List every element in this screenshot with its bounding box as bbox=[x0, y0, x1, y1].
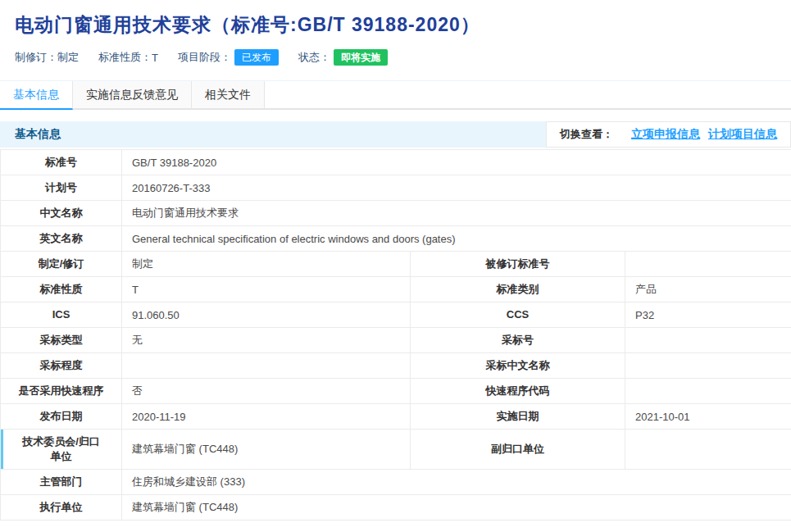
row-value: 电动门窗通用技术要求 bbox=[122, 201, 791, 226]
link-project-application-info[interactable]: 立项申报信息 bbox=[631, 127, 700, 142]
row-value: 制定 bbox=[122, 252, 411, 277]
row-value: 91.060.50 bbox=[122, 302, 411, 328]
row-label: 是否采用快速程序 bbox=[1, 379, 122, 404]
row-value bbox=[625, 353, 791, 379]
meta-project-stage: 项目阶段：已发布 bbox=[178, 49, 279, 66]
meta-status: 状态：即将实施 bbox=[298, 49, 388, 66]
row-label: 被修订标准号 bbox=[411, 252, 625, 277]
row-value: 建筑幕墙门窗 (TC448) bbox=[122, 430, 411, 470]
row-value: T bbox=[122, 277, 411, 302]
row-value: 产品 bbox=[625, 277, 791, 302]
table-row: 英文名称General technical specification of e… bbox=[1, 226, 791, 252]
meta-revision-type: 制修订：制定 bbox=[15, 50, 79, 65]
table-row: 采标类型无采标号 bbox=[1, 328, 791, 353]
meta-project-stage-label: 项目阶段： bbox=[178, 50, 231, 65]
row-value: 2020-11-19 bbox=[122, 404, 411, 430]
table-row: 计划号20160726-T-333 bbox=[1, 175, 791, 201]
row-label: 标准类别 bbox=[411, 277, 625, 302]
meta-revision-type-label: 制修订： bbox=[15, 50, 57, 65]
row-label: 制定/修订 bbox=[1, 252, 122, 277]
row-value: 住房和城乡建设部 (333) bbox=[122, 470, 791, 495]
table-row: ICS91.060.50CCSP32 bbox=[1, 302, 791, 328]
row-value: 否 bbox=[122, 379, 411, 404]
page-title: 电动门窗通用技术要求（标准号:GB/T 39188-2020） bbox=[0, 0, 791, 38]
row-label: 采标号 bbox=[411, 328, 625, 353]
row-value: 2021-10-01 bbox=[625, 404, 791, 430]
basic-info-table: 标准号GB/T 39188-2020计划号20160726-T-333中文名称电… bbox=[0, 149, 791, 521]
table-row: 中文名称电动门窗通用技术要求 bbox=[1, 201, 791, 226]
table-row: 发布日期2020-11-19实施日期2021-10-01 bbox=[1, 404, 791, 430]
row-label: 采标中文名称 bbox=[411, 353, 625, 379]
row-label: 中文名称 bbox=[1, 201, 122, 226]
row-value: 建筑幕墙门窗 (TC448) bbox=[122, 495, 791, 521]
meta-status-badge: 即将实施 bbox=[334, 49, 388, 66]
table-row: 制定/修订制定被修订标准号 bbox=[1, 252, 791, 277]
table-row: 主管部门住房和城乡建设部 (333) bbox=[1, 470, 791, 495]
row-value bbox=[625, 379, 791, 404]
row-label: 标准性质 bbox=[1, 277, 122, 302]
row-value bbox=[122, 353, 411, 379]
row-label: 采标程度 bbox=[1, 353, 122, 379]
tab-basic-info[interactable]: 基本信息 bbox=[0, 81, 73, 110]
row-label: ICS bbox=[1, 302, 122, 328]
section-title: 基本信息 bbox=[15, 127, 61, 142]
row-label: 执行单位 bbox=[1, 495, 122, 521]
meta-standard-nature: 标准性质：T bbox=[98, 50, 158, 65]
table-row: 是否采用快速程序否快速程序代码 bbox=[1, 379, 791, 404]
row-label: CCS bbox=[411, 302, 625, 328]
row-value: P32 bbox=[625, 302, 791, 328]
table-row: 执行单位建筑幕墙门窗 (TC448) bbox=[1, 495, 791, 521]
row-label: 快速程序代码 bbox=[411, 379, 625, 404]
row-label: 采标类型 bbox=[1, 328, 122, 353]
meta-row: 制修订：制定标准性质：T项目阶段：已发布状态：即将实施 bbox=[15, 48, 776, 67]
info-table-body: 标准号GB/T 39188-2020计划号20160726-T-333中文名称电… bbox=[1, 150, 791, 521]
meta-standard-nature-value: T bbox=[152, 52, 158, 64]
row-value bbox=[625, 430, 791, 470]
row-label: 副归口单位 bbox=[411, 430, 625, 470]
row-value bbox=[625, 328, 791, 353]
link-plan-project-info[interactable]: 计划项目信息 bbox=[708, 127, 777, 142]
row-label: 英文名称 bbox=[1, 226, 122, 252]
meta-standard-nature-label: 标准性质： bbox=[98, 50, 152, 65]
meta-project-stage-badge: 已发布 bbox=[234, 49, 279, 66]
row-label: 技术委员会/归口单位 bbox=[1, 430, 122, 470]
row-label: 实施日期 bbox=[411, 404, 625, 430]
row-value: 20160726-T-333 bbox=[122, 175, 791, 201]
switch-view-label: 切换查看： bbox=[560, 127, 613, 142]
row-label: 标准号 bbox=[1, 150, 122, 175]
tab-implementation-feedback[interactable]: 实施信息反馈意见 bbox=[73, 81, 192, 108]
row-label: 发布日期 bbox=[1, 404, 122, 430]
row-label: 主管部门 bbox=[1, 470, 122, 495]
table-row: 标准性质T标准类别产品 bbox=[1, 277, 791, 302]
meta-status-label: 状态： bbox=[298, 50, 330, 65]
row-label: 计划号 bbox=[1, 175, 122, 201]
row-value: GB/T 39188-2020 bbox=[122, 150, 791, 175]
section-header-bar: 基本信息 切换查看： 立项申报信息计划项目信息 bbox=[0, 121, 791, 148]
table-row: 采标程度采标中文名称 bbox=[1, 353, 791, 379]
table-row: 标准号GB/T 39188-2020 bbox=[1, 150, 791, 175]
standard-detail-page: 电动门窗通用技术要求（标准号:GB/T 39188-2020） 制修订：制定标准… bbox=[0, 0, 791, 532]
switch-view-box: 切换查看： 立项申报信息计划项目信息 bbox=[546, 121, 791, 148]
row-value: 无 bbox=[122, 328, 411, 353]
table-row: 技术委员会/归口单位建筑幕墙门窗 (TC448)副归口单位 bbox=[1, 430, 791, 470]
meta-revision-type-value: 制定 bbox=[57, 50, 79, 65]
row-value bbox=[625, 252, 791, 277]
switch-links: 立项申报信息计划项目信息 bbox=[631, 127, 777, 142]
row-value: General technical specification of elect… bbox=[122, 226, 791, 252]
tab-related-files[interactable]: 相关文件 bbox=[192, 81, 265, 108]
tab-bar: 基本信息实施信息反馈意见相关文件 bbox=[0, 80, 791, 110]
